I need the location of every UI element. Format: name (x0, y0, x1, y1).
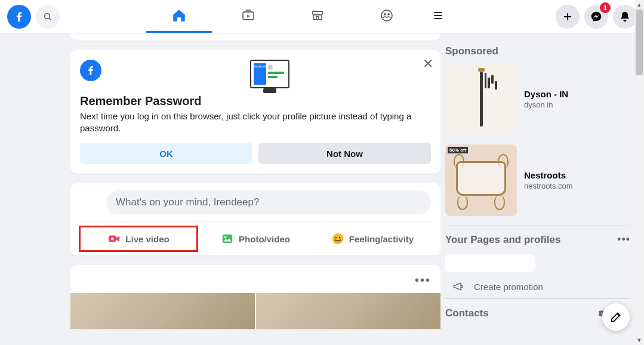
facebook-logo[interactable] (7, 5, 31, 29)
sponsor-url: nestroots.com (524, 181, 573, 190)
sponsor-url: dyson.in (524, 100, 568, 109)
contacts-title: Contacts (445, 307, 489, 319)
monitor-illustration-icon: facebook (109, 60, 431, 88)
post-menu-button[interactable]: ••• (70, 273, 440, 293)
live-video-label: Live video (125, 234, 169, 244)
stories-strip (70, 33, 440, 41)
remember-password-body: Next time you log in on this browser, ju… (80, 110, 431, 134)
scroll-thumb[interactable] (636, 10, 643, 75)
sponsor-name: Dyson - IN (524, 89, 568, 99)
sponsored-image: 50% off (445, 144, 517, 216)
close-icon[interactable]: ✕ (423, 56, 433, 72)
post-image[interactable] (70, 293, 255, 329)
megaphone-icon (452, 281, 464, 292)
svg-point-4 (381, 10, 392, 21)
messenger-badge: 1 (600, 2, 611, 13)
not-now-button[interactable]: Not Now (258, 143, 431, 164)
svg-point-5 (384, 13, 386, 16)
search-button[interactable] (36, 5, 60, 29)
create-promotion-label: Create promotion (474, 282, 543, 292)
svg-point-13 (111, 238, 114, 241)
right-sidebar: Sponsored Dyson - IN dyson.in 50% off (445, 33, 630, 345)
page-item[interactable] (445, 254, 535, 272)
photo-video-button[interactable]: Photo/video (197, 227, 314, 251)
live-video-icon (107, 232, 121, 245)
ok-button[interactable]: OK (80, 143, 252, 164)
nav-watch-tab[interactable] (215, 1, 281, 33)
sponsor-name: Nestroots (524, 170, 573, 180)
nav-groups-tab[interactable] (354, 1, 420, 33)
remember-password-card: ✕ facebook (70, 50, 440, 174)
edit-icon (609, 310, 623, 324)
sponsored-image (445, 63, 517, 135)
svg-rect-14 (223, 235, 233, 244)
sponsored-item-dyson[interactable]: Dyson - IN dyson.in (445, 63, 630, 135)
svg-line-1 (49, 18, 51, 20)
feeling-activity-button[interactable]: Feeling/activity (314, 227, 431, 251)
scroll-up-arrow[interactable]: ▲ (634, 0, 644, 10)
feeling-icon (331, 232, 344, 245)
scroll-down-arrow[interactable]: ▼ (634, 335, 644, 345)
create-promotion-button[interactable]: Create promotion (445, 281, 630, 292)
svg-point-16 (332, 233, 343, 244)
post-composer: What's on your mind, Irendeep? Live vide… (70, 183, 440, 255)
feed-post: ••• (70, 265, 440, 329)
feed-column: ✕ facebook (70, 33, 440, 345)
edit-fab-button[interactable] (602, 303, 630, 331)
pages-title: Your Pages and profiles (445, 234, 560, 246)
svg-point-6 (387, 13, 390, 16)
notifications-button[interactable] (613, 5, 637, 29)
sponsored-title: Sponsored (445, 45, 630, 57)
post-image[interactable] (256, 293, 440, 329)
discount-badge: 50% off (448, 147, 468, 153)
remember-password-title: Remember Password (80, 94, 431, 108)
photo-video-icon (221, 232, 234, 245)
page-scrollbar[interactable]: ▲ ▼ (634, 0, 644, 345)
messenger-button[interactable]: 1 (584, 5, 608, 29)
live-video-button[interactable]: Live video (80, 227, 197, 251)
sponsored-item-nestroots[interactable]: 50% off Nestroots nestroots.com (445, 144, 630, 216)
photo-video-label: Photo/video (239, 234, 290, 244)
svg-point-0 (45, 13, 50, 19)
facebook-icon (80, 60, 101, 81)
nav-marketplace-tab[interactable] (285, 1, 350, 33)
top-navbar: 1 (0, 0, 644, 33)
svg-point-17 (335, 237, 336, 238)
pages-menu-button[interactable]: ••• (617, 233, 630, 246)
svg-point-15 (224, 236, 226, 238)
nav-menu-tab[interactable] (423, 1, 453, 33)
create-button[interactable] (556, 5, 580, 29)
svg-point-18 (339, 237, 340, 238)
feeling-activity-label: Feeling/activity (349, 234, 414, 244)
composer-input[interactable]: What's on your mind, Irendeep? (106, 190, 431, 214)
nav-home-tab[interactable] (146, 1, 212, 33)
